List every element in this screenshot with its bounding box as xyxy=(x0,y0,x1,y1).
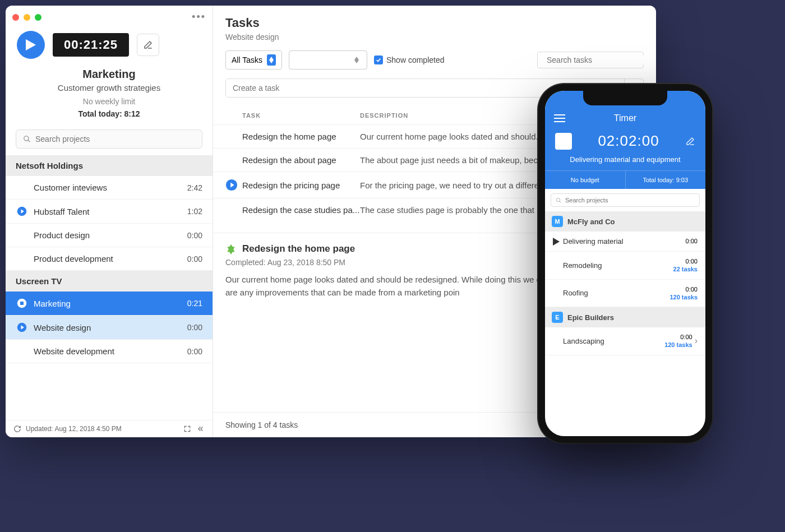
project-row[interactable]: Website development0:00 xyxy=(6,340,213,363)
phone-project-row[interactable]: Landscaping0:00120 tasks› xyxy=(545,327,705,355)
search-projects[interactable] xyxy=(16,129,202,149)
col-task: TASK xyxy=(225,112,360,119)
project-title: Marketing xyxy=(17,68,201,81)
stop-icon xyxy=(17,298,27,308)
phone-org-header: MMcFly and Co xyxy=(545,211,705,232)
more-menu-icon[interactable]: ••• xyxy=(192,11,206,23)
phone-search-input[interactable] xyxy=(565,197,695,203)
org-header: Netsoft Holdings xyxy=(6,155,213,176)
org-badge: E xyxy=(552,312,563,323)
project-time: 0:21 xyxy=(187,299,202,308)
detail-title: Redesign the home page xyxy=(242,243,355,255)
project-row[interactable]: Website design0:00 xyxy=(6,316,213,340)
play-button[interactable] xyxy=(17,31,45,59)
org-header: Uscreen TV xyxy=(6,271,213,292)
phone-mockup: Timer 02:02:00 Delivering material and e… xyxy=(538,84,712,443)
phone-search[interactable] xyxy=(551,193,700,207)
phone-project-row[interactable]: Delivering material0:00 xyxy=(545,232,705,252)
phone-task-desc: Delivering material and equipment xyxy=(545,155,705,170)
chevron-left-icon[interactable] xyxy=(197,425,205,433)
search-tasks[interactable] xyxy=(537,52,644,68)
integration-icon xyxy=(225,243,237,255)
show-completed-checkbox[interactable]: Show completed xyxy=(374,55,445,64)
phone-project-name: Remodeling xyxy=(563,261,673,270)
col-description: DESCRIPTION xyxy=(360,112,408,119)
refresh-icon[interactable] xyxy=(13,425,21,433)
project-time: 0:00 xyxy=(187,255,202,263)
project-name: Customer inteviews xyxy=(34,183,187,192)
svg-point-20 xyxy=(556,198,560,201)
project-row[interactable]: Product design0:00 xyxy=(6,224,213,247)
hamburger-icon[interactable] xyxy=(554,114,565,123)
phone-project-name: Roofing xyxy=(563,289,669,297)
play-icon xyxy=(17,206,27,216)
play-icon xyxy=(17,322,27,332)
phone-project-name: Delivering material xyxy=(563,237,686,246)
phone-title: Timer xyxy=(565,113,685,123)
project-name: Website development xyxy=(34,346,187,356)
project-time: 1:02 xyxy=(187,207,202,216)
sidebar-footer: Updated: Aug 12, 2018 4:50 PM xyxy=(6,420,213,437)
search-icon xyxy=(23,135,31,143)
svg-marker-10 xyxy=(269,60,274,63)
svg-marker-12 xyxy=(354,60,359,63)
chevron-right-icon: › xyxy=(695,336,698,346)
project-time: 0:00 xyxy=(187,323,202,332)
phone-project-name: Landscaping xyxy=(563,337,664,345)
stop-button[interactable] xyxy=(555,133,572,150)
window-controls: ••• xyxy=(6,6,213,26)
phone-stat-today: Total today: 9:03 xyxy=(626,171,706,189)
phone-stat-budget: No budget xyxy=(545,171,626,189)
sidebar: ••• 00:21:25 Marketing Customer growth s… xyxy=(6,6,213,437)
project-time: 0:00 xyxy=(187,347,202,356)
project-name: Product development xyxy=(34,254,187,263)
phone-org-header: EEpic Builders xyxy=(545,307,705,327)
project-subtitle: Customer growth strategies xyxy=(17,83,201,92)
show-completed-label: Show completed xyxy=(386,55,445,64)
project-name: Product design xyxy=(34,230,187,240)
phone-screen: Timer 02:02:00 Delivering material and e… xyxy=(545,91,705,436)
project-name: Hubstaff Talent xyxy=(34,207,187,216)
edit-icon[interactable] xyxy=(685,136,695,146)
filter-select[interactable]: All Tasks xyxy=(225,50,282,70)
close-window-icon[interactable] xyxy=(12,14,19,21)
collapse-icon[interactable] xyxy=(183,425,191,433)
task-name: Redesign the about page xyxy=(242,155,360,165)
task-name: Redesign the case studies pa... xyxy=(242,205,360,215)
search-icon xyxy=(556,197,562,203)
project-time: 0:00 xyxy=(187,231,202,240)
page-title: Tasks xyxy=(225,16,644,30)
project-name: Marketing xyxy=(34,299,187,308)
total-today: Total today: 8:12 xyxy=(17,109,201,118)
project-name: Website design xyxy=(34,323,187,332)
svg-point-1 xyxy=(24,136,29,141)
svg-marker-0 xyxy=(26,39,36,50)
timer-display: 00:21:25 xyxy=(53,33,129,57)
project-row[interactable]: Customer inteviews2:42 xyxy=(6,176,213,200)
search-tasks-input[interactable] xyxy=(547,55,645,64)
secondary-select[interactable] xyxy=(289,50,367,70)
breadcrumb: Website design xyxy=(225,33,644,41)
play-icon xyxy=(553,238,560,246)
svg-rect-6 xyxy=(20,302,24,305)
project-time: 2:42 xyxy=(187,183,202,192)
svg-line-2 xyxy=(28,140,30,142)
phone-project-row[interactable]: Remodeling0:0022 tasks xyxy=(545,252,705,280)
filter-value: All Tasks xyxy=(232,55,262,64)
project-row[interactable]: Marketing0:21 xyxy=(6,292,213,316)
timer-row: 00:21:25 xyxy=(6,26,213,66)
play-icon[interactable] xyxy=(225,179,238,191)
maximize-window-icon[interactable] xyxy=(35,14,41,21)
org-badge: M xyxy=(552,216,563,227)
svg-line-21 xyxy=(560,201,561,202)
phone-project-row[interactable]: Roofing0:00120 tasks xyxy=(545,280,705,308)
task-name: Redesign the pricing page xyxy=(242,181,360,190)
weekly-limit: No weekly limit xyxy=(17,97,201,106)
search-projects-input[interactable] xyxy=(35,135,195,144)
project-row[interactable]: Hubstaff Talent1:02 xyxy=(6,200,213,224)
minimize-window-icon[interactable] xyxy=(24,14,30,21)
svg-marker-22 xyxy=(553,238,560,246)
project-row[interactable]: Product development0:00 xyxy=(6,247,213,271)
active-project-header: Marketing Customer growth strategies No … xyxy=(6,66,213,126)
edit-note-button[interactable] xyxy=(137,34,159,56)
